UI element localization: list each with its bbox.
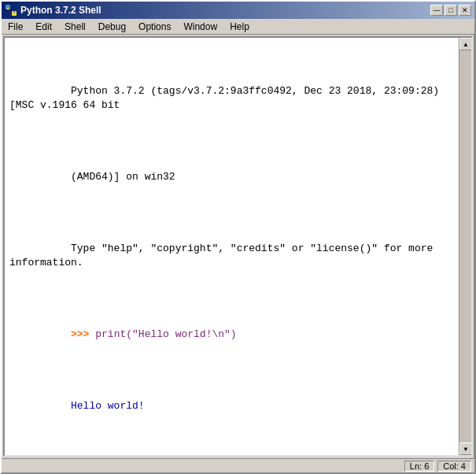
- menu-help[interactable]: Help: [223, 20, 256, 33]
- svg-point-3: [13, 11, 15, 13]
- window-title: Python 3.7.2 Shell: [20, 5, 101, 16]
- menu-edit[interactable]: Edit: [29, 20, 58, 33]
- main-with-scroll: Python 3.7.2 (tags/v3.7.2:9a3ffc0492, De…: [5, 38, 471, 455]
- line-1-text: Python 3.7.2 (tags/v3.7.2:9a3ffc0492, De…: [9, 85, 445, 111]
- minimize-button[interactable]: —: [430, 5, 443, 16]
- menu-window[interactable]: Window: [177, 20, 223, 33]
- menu-options[interactable]: Options: [132, 20, 177, 33]
- ln-status: Ln: 6: [404, 461, 434, 472]
- status-bar: Ln: 6 Col: 4: [2, 458, 474, 472]
- scroll-track[interactable]: [459, 50, 471, 443]
- menu-shell[interactable]: Shell: [58, 20, 92, 33]
- scrollbar: ▲ ▼: [459, 38, 471, 455]
- menu-debug[interactable]: Debug: [92, 20, 132, 33]
- line-2: (AMD64)] on win32: [9, 156, 454, 199]
- svg-rect-4: [7, 5, 9, 7]
- line-5: Hello world!: [9, 385, 454, 428]
- prompt-arrow-1: >>>: [71, 328, 89, 340]
- line-4-code: print("Hello world!\n"): [95, 328, 236, 340]
- line-2-text: (AMD64)] on win32: [71, 171, 175, 183]
- line-3-text: Type "help", "copyright", "credits" or "…: [9, 243, 439, 268]
- python-icon: [5, 4, 17, 17]
- scroll-up-button[interactable]: ▲: [459, 38, 471, 50]
- title-bar-left: Python 3.7.2 Shell: [5, 4, 101, 17]
- scroll-down-button[interactable]: ▼: [459, 443, 471, 455]
- close-button[interactable]: ✕: [459, 5, 471, 16]
- col-status: Col: 4: [437, 461, 471, 472]
- menu-bar: File Edit Shell Debug Options Window Hel…: [2, 19, 474, 35]
- shell-output[interactable]: Python 3.7.2 (tags/v3.7.2:9a3ffc0492, De…: [5, 38, 459, 455]
- content-area: Python 3.7.2 (tags/v3.7.2:9a3ffc0492, De…: [3, 36, 473, 457]
- menu-file[interactable]: File: [2, 20, 29, 33]
- maximize-button[interactable]: □: [445, 5, 457, 16]
- line-1: Python 3.7.2 (tags/v3.7.2:9a3ffc0492, De…: [9, 69, 454, 127]
- window: Python 3.7.2 Shell — □ ✕ File Edit Shell…: [0, 0, 476, 474]
- line-3: Type "help", "copyright", "credits" or "…: [9, 227, 454, 284]
- line-5-output: Hello world!: [71, 400, 145, 412]
- title-bar: Python 3.7.2 Shell — □ ✕: [2, 2, 474, 19]
- svg-point-2: [7, 8, 9, 9]
- title-bar-buttons: — □ ✕: [430, 5, 471, 16]
- svg-rect-5: [14, 13, 16, 16]
- line-4: >>> print("Hello world!\n"): [9, 313, 454, 357]
